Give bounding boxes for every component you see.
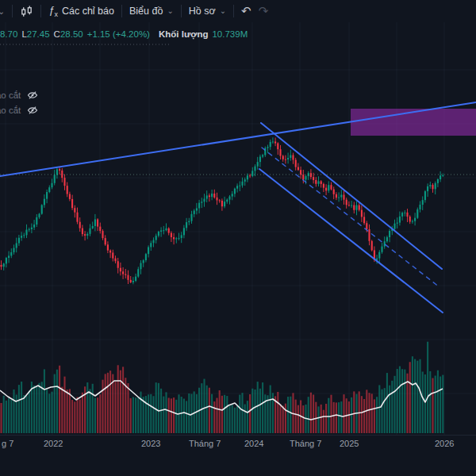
indicator-legend-row[interactable]: giao cắt [0, 104, 38, 117]
indicators-label: Các chỉ báo [62, 6, 114, 17]
indicator-legend-row[interactable]: giao cắt [0, 89, 38, 102]
time-axis-label: Tháng 7 [290, 439, 321, 448]
undo-button[interactable]: ↶ [241, 4, 251, 18]
chevron-down-icon: ⌄ [167, 7, 173, 15]
volume-value: 10.739M [212, 29, 248, 39]
trading-app-window: ⌄ ƒx Các chỉ báo Biểu đồ ⌄ Hồ sơ ⌄ ↶ [0, 0, 476, 476]
time-axis-label: Tháng 7 [189, 439, 221, 448]
chart-menu-label: Biểu đồ [129, 6, 163, 17]
chevron-down-icon: ⌄ [220, 7, 226, 15]
price-volume-chart[interactable] [0, 0, 476, 476]
time-axis-label: 2022 [44, 439, 63, 448]
time-axis-label: 2025 [340, 439, 359, 448]
time-axis[interactable]: g 720222023Tháng 72024Tháng 720252026 [0, 435, 476, 453]
channel-lower-line[interactable] [259, 169, 443, 313]
indicators-button[interactable]: ƒx Các chỉ báo [48, 4, 114, 18]
eye-off-icon[interactable] [27, 105, 38, 116]
candlestick-style-icon [20, 5, 33, 18]
eye-off-icon[interactable] [27, 90, 38, 101]
indicator-label: giao cắt [0, 90, 21, 100]
toolbar-separator [40, 5, 41, 17]
volume-bars [0, 342, 443, 433]
toolbar-separator [121, 5, 122, 17]
indicator-label: giao cắt [0, 106, 21, 115]
profile-menu-label: Hồ sơ [189, 6, 216, 17]
ohlc-readout: 8.70 L27.45 C28.50 +1.15 (+4.20%) Khối l… [0, 29, 248, 40]
high-value-clipped: 8.70 [0, 29, 17, 39]
chevron-down-icon[interactable]: ⌄ [0, 6, 5, 17]
toolbar-separator [12, 5, 13, 17]
toolbar-separator [181, 5, 182, 17]
channel-median-line[interactable] [262, 148, 440, 287]
volume-label: Khối lượng [159, 29, 209, 39]
time-axis-label: 2026 [435, 439, 454, 448]
time-axis-label: 2024 [244, 439, 263, 448]
low-value: 27.45 [27, 29, 50, 39]
profile-menu-button[interactable]: Hồ sơ ⌄ [189, 6, 226, 17]
chart-style-button[interactable] [20, 5, 33, 18]
channel-upper-line[interactable] [261, 123, 442, 269]
change-value: +1.15 (+4.20%) [87, 29, 150, 39]
time-axis-label: 2023 [141, 439, 160, 448]
toolbar-separator [233, 5, 234, 17]
close-label: C [54, 29, 60, 39]
redo-button[interactable]: ↷ [259, 4, 269, 18]
top-toolbar: ⌄ ƒx Các chỉ báo Biểu đồ ⌄ Hồ sơ ⌄ ↶ [0, 0, 476, 22]
close-value: 28.50 [60, 29, 83, 39]
time-axis-label: g 7 [2, 439, 13, 448]
fx-icon: ƒx [48, 4, 58, 18]
trendline-up-line[interactable] [0, 102, 476, 176]
chart-menu-button[interactable]: Biểu đồ ⌄ [129, 6, 174, 17]
